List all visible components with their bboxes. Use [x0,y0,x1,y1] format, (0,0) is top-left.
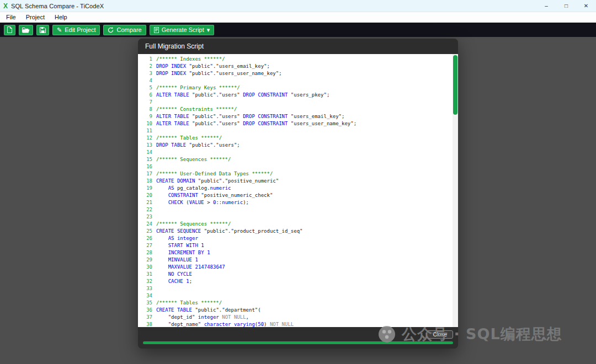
code-line: 4 [138,77,453,84]
menu-bar: File Project Help [0,12,596,23]
code-text: MINVALUE 1 [156,256,198,264]
compare-label: Compare [116,27,141,33]
code-line: 17/****** User-Defined Data Types ******… [138,170,453,178]
line-number: 36 [138,307,152,314]
line-number: 11 [138,127,152,135]
line-number: 4 [138,77,152,84]
code-line: 35/****** Tables ******/ [138,299,453,307]
toolbar: ✎ Edit Project Compare Generate Script ▾ [0,23,596,37]
line-number: 37 [138,314,152,321]
save-project-button[interactable] [36,25,49,35]
code-line: 15/****** Sequences ******/ [138,156,453,163]
compare-button[interactable]: Compare [103,25,146,35]
code-text: MAXVALUE 2147483647 [156,264,225,271]
code-line: 9ALTER TABLE "public"."users" DROP CONST… [138,113,453,120]
minimize-button[interactable]: – [536,0,556,12]
line-number: 17 [138,170,152,178]
script-icon [154,27,159,33]
line-number: 13 [138,142,152,149]
code-lines: 1/****** Indexes ******/2DROP INDEX "pub… [138,54,453,327]
code-text: DROP TABLE "public"."users"; [156,142,240,149]
progress-area [138,341,458,349]
code-line: 12/****** Tables ******/ [138,135,453,142]
code-line: 37 "dept_id" integer NOT NULL, [138,314,453,321]
code-text: /****** Constraints ******/ [156,106,237,113]
code-text: CONSTRAINT "positive_numeric_check" [156,192,273,199]
line-number: 26 [138,235,152,242]
code-text: /****** Indexes ******/ [156,56,225,63]
menu-file[interactable]: File [1,12,21,22]
code-line: 19 AS pg_catalog.numeric [138,185,453,192]
generate-script-button[interactable]: Generate Script ▾ [150,25,215,35]
line-number: 30 [138,264,152,271]
line-number: 24 [138,221,152,228]
code-line: 36CREATE TABLE "public"."department"( [138,307,453,314]
code-line: 11 [138,127,453,135]
code-text: CREATE DOMAIN "public"."positive_numeric… [156,178,279,185]
menu-help[interactable]: Help [50,12,72,22]
line-number: 23 [138,213,152,221]
line-number: 7 [138,99,152,106]
code-line: 27 START WITH 1 [138,242,453,249]
menu-project[interactable]: Project [21,12,50,22]
dialog-footer: Close [138,327,458,341]
code-text: AS integer [156,235,198,242]
code-line: 18CREATE DOMAIN "public"."positive_numer… [138,178,453,185]
code-text: /****** Sequences ******/ [156,221,231,228]
code-line: 8/****** Constraints ******/ [138,106,453,113]
code-line: 32 CACHE 1; [138,278,453,285]
refresh-icon [108,27,114,33]
code-line: 29 MINVALUE 1 [138,256,453,264]
code-text: DROP INDEX "public"."users_user_name_key… [156,70,282,77]
line-number: 6 [138,92,152,99]
sql-code-panel: 1/****** Indexes ******/2DROP INDEX "pub… [138,54,458,327]
line-number: 29 [138,256,152,264]
edit-project-button[interactable]: ✎ Edit Project [52,25,100,35]
app-logo-icon: X [3,2,8,10]
line-number: 10 [138,120,152,127]
line-number: 12 [138,135,152,142]
line-number: 15 [138,156,152,163]
new-project-button[interactable] [4,25,15,35]
code-line: 6ALTER TABLE "public"."users" DROP CONST… [138,92,453,99]
code-text: /****** Primary Keys ******/ [156,84,240,92]
line-number: 27 [138,242,152,249]
line-number: 25 [138,228,152,235]
code-line: 22 [138,206,453,213]
code-line: 30 MAXVALUE 2147483647 [138,264,453,271]
line-number: 22 [138,206,152,213]
line-number: 8 [138,106,152,113]
line-number: 16 [138,163,152,170]
scrollbar[interactable] [453,54,458,327]
progress-bar [143,341,453,344]
code-line: 33 [138,285,453,292]
code-line: 1/****** Indexes ******/ [138,56,453,63]
title-bar: X SQL Schema Compare - TiCodeX – □ ✕ [0,0,596,12]
close-window-button[interactable]: ✕ [576,0,596,12]
code-text: ALTER TABLE "public"."users" DROP CONSTR… [156,113,344,120]
code-text: INCREMENT BY 1 [156,249,210,256]
close-dialog-button[interactable]: Close [427,330,453,339]
code-text: /****** Tables ******/ [156,299,222,307]
line-number: 33 [138,285,152,292]
line-number: 28 [138,249,152,256]
open-project-button[interactable] [19,25,33,35]
line-number: 21 [138,199,152,206]
line-number: 32 [138,278,152,285]
line-number: 34 [138,292,152,299]
scrollbar-thumb[interactable] [453,55,457,115]
code-line: 7 [138,99,453,106]
new-file-icon [7,26,12,33]
maximize-button[interactable]: □ [556,0,576,12]
code-text: CHECK (VALUE > 0::numeric); [156,199,249,206]
code-text: /****** User-Defined Data Types ******/ [156,170,273,178]
code-text: CREATE SEQUENCE "public"."product_produc… [156,228,303,235]
line-number: 3 [138,70,152,77]
chevron-down-icon: ▾ [207,27,210,33]
code-text: /****** Sequences ******/ [156,156,231,163]
window-title: SQL Schema Compare - TiCodeX [11,3,104,9]
line-number: 35 [138,299,152,307]
line-number: 2 [138,63,152,70]
line-number: 9 [138,113,152,120]
code-line: 13DROP TABLE "public"."users"; [138,142,453,149]
